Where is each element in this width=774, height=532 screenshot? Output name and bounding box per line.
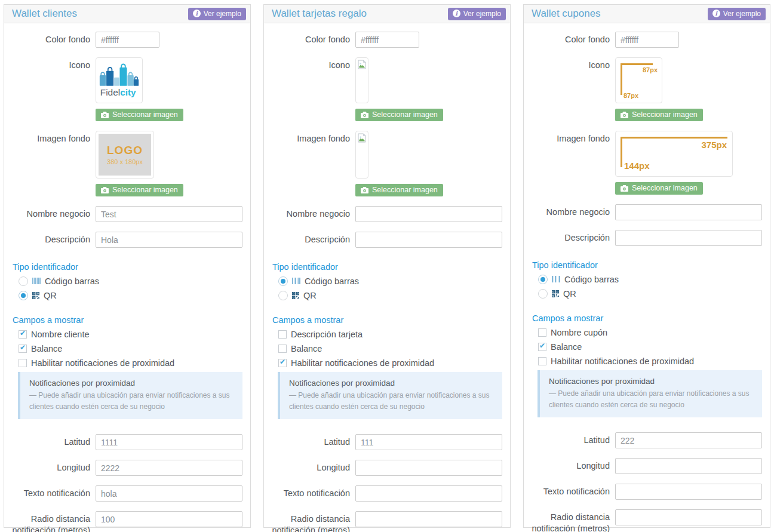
proximity-note-text: — Puede añadir una ubicación para enviar…: [289, 390, 493, 412]
seleccionar-imagen-label: Seleccionar imagen: [632, 110, 698, 119]
seleccionar-imagen-button[interactable]: Seleccionar imagen: [615, 182, 703, 195]
radio-row-qr[interactable]: QR: [272, 290, 502, 301]
proximity-note-title: Notificaciones por proximidad: [29, 379, 234, 388]
latitud-label: Latitud: [12, 434, 96, 450]
longitud-input[interactable]: [615, 458, 762, 474]
proximity-note: Notificaciones por proximidad — Puede añ…: [18, 372, 242, 419]
codigo-barras-radio[interactable]: [538, 275, 548, 284]
color-fondo-input[interactable]: [615, 32, 679, 48]
campo-checkbox[interactable]: [278, 330, 287, 339]
radio-distancia-row: Radio distancia notificación (metros): [532, 509, 762, 532]
tipo-identificador-options: Código barras QR: [532, 273, 762, 299]
latitud-input[interactable]: [96, 434, 242, 450]
icono-label: Icono: [532, 57, 615, 121]
checkbox-row[interactable]: Balance: [532, 341, 762, 352]
checkbox-row[interactable]: Nombre cupón: [532, 327, 762, 338]
texto-notificacion-input[interactable]: [355, 485, 502, 502]
checkbox-row[interactable]: Habilitar notificaciones de proximidad: [532, 355, 762, 367]
nombre-negocio-input[interactable]: [355, 206, 502, 222]
panel-body: Color fondo Icono Seleccionar imagen: [4, 23, 250, 532]
longitud-input[interactable]: [96, 460, 242, 476]
color-fondo-input[interactable]: [96, 32, 159, 48]
proximity-note: Notificaciones por proximidad — Puede añ…: [538, 370, 762, 417]
codigo-barras-radio[interactable]: [278, 276, 288, 286]
checkbox-row[interactable]: Balance: [12, 343, 242, 354]
descripcion-input[interactable]: [96, 232, 242, 248]
campos-a-mostrar-heading: Campos a mostrar: [272, 315, 502, 325]
ver-ejemplo-button[interactable]: i Ver ejemplo: [708, 8, 766, 20]
icono-preview: [355, 57, 368, 103]
width-guide-label: 375px: [701, 140, 727, 150]
icono-preview: 87px 87px: [615, 57, 662, 103]
radio-distancia-input[interactable]: [355, 511, 502, 527]
seleccionar-imagen-button[interactable]: Seleccionar imagen: [355, 109, 443, 121]
radio-row-qr[interactable]: QR: [532, 288, 762, 299]
campo-checkbox[interactable]: [538, 357, 546, 365]
longitud-row: Longitud: [272, 460, 502, 476]
texto-notificacion-input[interactable]: [615, 484, 762, 500]
radio-row-codigo-barras[interactable]: Código barras: [272, 275, 502, 287]
texto-notificacion-input[interactable]: [96, 485, 242, 502]
nombre-negocio-input[interactable]: [615, 204, 762, 220]
campo-label: Balance: [291, 344, 322, 353]
qr-radio[interactable]: [538, 289, 548, 299]
proximity-note: Notificaciones por proximidad — Puede añ…: [278, 372, 502, 419]
imagen-fondo-preview: 375px 144px: [615, 131, 733, 177]
radio-row-qr[interactable]: QR: [12, 290, 242, 301]
campo-label: Habilitar notificaciones de proximidad: [291, 358, 434, 368]
descripcion-input[interactable]: [615, 230, 762, 246]
qr-icon: [552, 290, 559, 297]
codigo-barras-radio[interactable]: [19, 276, 28, 286]
radio-row-codigo-barras[interactable]: Código barras: [12, 275, 242, 287]
campos-a-mostrar-heading: Campos a mostrar: [532, 313, 762, 323]
nombre-negocio-input[interactable]: [96, 206, 242, 222]
checkbox-row[interactable]: Habilitar notificaciones de proximidad: [12, 357, 242, 368]
descripcion-input[interactable]: [355, 232, 502, 248]
campo-checkbox[interactable]: [538, 328, 546, 337]
seleccionar-imagen-label: Seleccionar imagen: [372, 110, 438, 119]
campo-label: Habilitar notificaciones de proximidad: [551, 356, 694, 366]
seleccionar-imagen-label: Seleccionar imagen: [632, 184, 698, 192]
height-guide-line: [621, 137, 622, 167]
proximity-note-title: Notificaciones por proximidad: [289, 379, 493, 388]
seleccionar-imagen-button[interactable]: Seleccionar imagen: [96, 109, 183, 121]
seleccionar-imagen-label: Seleccionar imagen: [112, 110, 178, 119]
campo-checkbox[interactable]: [19, 345, 27, 353]
proximity-note-text: — Puede añadir una ubicación para enviar…: [549, 388, 753, 410]
ver-ejemplo-button[interactable]: i Ver ejemplo: [188, 8, 246, 20]
campo-checkbox[interactable]: [538, 343, 546, 351]
checkbox-row[interactable]: Habilitar notificaciones de proximidad: [272, 357, 502, 368]
campo-checkbox[interactable]: [19, 330, 27, 339]
radio-distancia-input[interactable]: [96, 511, 242, 527]
icono-label: Icono: [12, 57, 96, 121]
color-fondo-input[interactable]: [355, 32, 419, 48]
codigo-barras-label: Código barras: [564, 275, 619, 284]
descripcion-label: Descripción: [532, 230, 615, 246]
checkbox-row[interactable]: Descripción tarjeta: [272, 328, 502, 340]
width-guide-line: [621, 63, 653, 65]
campo-checkbox[interactable]: [278, 359, 287, 367]
imagen-fondo-preview: LOGO 380 x 180px: [96, 131, 154, 179]
radio-row-codigo-barras[interactable]: Código barras: [532, 273, 762, 285]
campos-options: Nombre cliente Balance Habilitar notific…: [12, 328, 242, 368]
radio-distancia-row: Radio distancia notificación (metros): [12, 511, 242, 532]
longitud-input[interactable]: [355, 460, 502, 476]
seleccionar-imagen-button[interactable]: Seleccionar imagen: [355, 184, 443, 196]
ver-ejemplo-button[interactable]: i Ver ejemplo: [448, 8, 506, 20]
camera-icon: [361, 112, 368, 118]
seleccionar-imagen-button[interactable]: Seleccionar imagen: [615, 109, 703, 121]
radio-distancia-input[interactable]: [615, 509, 762, 525]
campo-checkbox[interactable]: [278, 345, 287, 353]
checkbox-row[interactable]: Balance: [272, 343, 502, 354]
qr-radio[interactable]: [278, 291, 288, 300]
campo-checkbox[interactable]: [19, 359, 27, 367]
seleccionar-imagen-button[interactable]: Seleccionar imagen: [96, 184, 183, 196]
icono-row: Icono Seleccionar imagen: [12, 57, 242, 121]
panel-wallet-tarjetas-regalo: Wallet tarjetas regalo i Ver ejemplo Col…: [263, 4, 511, 528]
latitud-input[interactable]: [615, 432, 762, 448]
latitud-input[interactable]: [355, 434, 502, 450]
qr-radio[interactable]: [19, 291, 28, 300]
checkbox-row[interactable]: Nombre cliente: [12, 328, 242, 340]
panel-wallet-clientes: Wallet clientes i Ver ejemplo Color fond…: [4, 4, 251, 528]
icono-row: Icono 87px 87px Seleccionar imagen: [532, 57, 762, 121]
